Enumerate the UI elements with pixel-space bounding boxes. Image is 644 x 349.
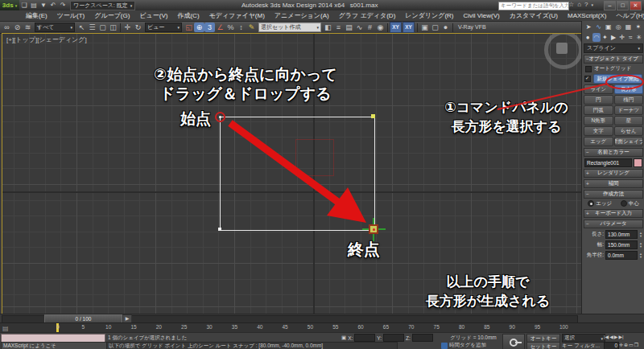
start-new-shape-row[interactable]: 新規シェイプ開始 (584, 74, 642, 84)
object-type-button[interactable]: らせん (614, 126, 644, 136)
motion-tab-icon[interactable]: ◎ (614, 23, 623, 31)
material-editor-icon[interactable]: ◉ (375, 23, 386, 32)
x-coordinate-field[interactable] (354, 334, 375, 342)
menu-item[interactable]: グラフ エディタ(D) (334, 11, 401, 20)
playback-icon[interactable]: ▶| (618, 334, 623, 339)
rect-region-icon[interactable]: ▢ (97, 23, 108, 32)
select-move-icon[interactable]: ✛ (122, 23, 133, 32)
xy-constraint-button-2[interactable]: XY (402, 22, 415, 33)
menu-item[interactable]: グループ(G) (89, 11, 134, 20)
rollout-keyboard-entry[interactable]: + キーボード入力 (584, 209, 643, 218)
edge-radio[interactable]: エッジ (588, 200, 612, 207)
helpers-icon[interactable]: ✛ (617, 33, 626, 42)
menu-item[interactable]: Civil View(V) (459, 12, 505, 19)
rollout-object-type[interactable]: − オブジェクト タイプ (584, 55, 643, 64)
viewport-nav-icon[interactable]: ⊕ (624, 342, 628, 347)
menu-item[interactable]: アニメーション(A) (270, 11, 334, 20)
rollout-interpolation[interactable]: + 補間 (584, 179, 643, 188)
select-by-name-icon[interactable]: ☰ (87, 23, 97, 32)
current-frame-field[interactable]: 0 (604, 342, 619, 349)
viewport-nav-icon[interactable]: ▭ (629, 342, 634, 347)
object-color-swatch[interactable] (634, 158, 642, 167)
spacewarps-icon[interactable]: ≈ (626, 33, 635, 42)
viewcube-face[interactable] (556, 43, 568, 54)
bind-spacewarp-icon[interactable]: ≋ (23, 23, 33, 32)
rollout-rendering[interactable]: + レンダリング (584, 169, 643, 178)
utilities-tab-icon[interactable]: ✶ (634, 23, 642, 31)
edit-selection-icon[interactable]: ✎ (246, 23, 257, 32)
object-type-button[interactable]: 楕円 (614, 95, 644, 105)
length-input[interactable]: 130.0mm (605, 230, 638, 239)
menu-item[interactable]: モディファイヤ(M) (204, 11, 270, 20)
redo-icon[interactable]: ↷ (58, 2, 68, 9)
menu-item[interactable]: ヘルプ(H) (611, 11, 644, 20)
save-file-icon[interactable]: ▼ (39, 2, 48, 9)
menu-item[interactable]: レンダリング(R) (400, 11, 458, 20)
object-type-button[interactable]: 長方形 (614, 84, 644, 94)
object-type-button[interactable]: 円 (584, 95, 613, 105)
playback-icon[interactable]: ◀ (609, 334, 613, 339)
key-filters-button[interactable]: キー フィルタ... (562, 342, 601, 349)
modify-tab-icon[interactable]: ∿ (594, 23, 603, 31)
app-logo-button[interactable]: 3ds▾ (0, 0, 19, 10)
selection-filter-dropdown[interactable]: すべて▾ (35, 23, 75, 32)
viewport-nav-icon[interactable]: ❒ (634, 342, 638, 347)
select-scale-icon[interactable]: ◱ (184, 23, 194, 32)
cameras-icon[interactable]: ▶ (609, 33, 618, 42)
maxscript-listener-text[interactable]: MAXScript にようこそ (1, 342, 109, 349)
viewcube[interactable] (544, 33, 582, 69)
corner-radius-input[interactable]: 0.0mm (605, 251, 638, 260)
menu-item[interactable]: ビュー(V) (134, 11, 172, 20)
width-input[interactable]: 150.0mm (605, 240, 638, 249)
menu-item[interactable]: カスタマイズ(U) (505, 11, 563, 20)
lights-icon[interactable]: ✦ (601, 33, 609, 42)
autogrid-checkbox-row[interactable]: オートグリッド (585, 65, 642, 72)
viewport-nav-icon[interactable]: ✛ (619, 342, 623, 347)
maximize-button[interactable]: □ (617, 1, 629, 10)
viewport[interactable]: [+][トップ][シェーディング] ②始点から終点に向かって ドラッグ＆ドロップ… (2, 33, 582, 314)
menu-item[interactable]: 編集(E) (21, 11, 52, 20)
sign-in-icon[interactable]: ☆ (568, 1, 574, 9)
start-new-shape-button[interactable]: 新規シェイプ開始 (593, 74, 642, 84)
y-coordinate-field[interactable] (383, 334, 404, 342)
percent-snap-icon[interactable]: % (225, 23, 236, 32)
object-type-button[interactable]: ドーナツ (614, 105, 644, 115)
object-type-button[interactable]: エッグ (584, 137, 613, 146)
display-tab-icon[interactable]: ▦ (624, 23, 633, 31)
corner-radius-spinner[interactable]: ▲▼ (639, 253, 642, 259)
layer-manager-icon[interactable]: ▤ (344, 23, 354, 32)
spinner-snap-icon[interactable]: ↕ (236, 23, 246, 32)
vray-vfb-button[interactable]: V-Ray VFB (455, 23, 489, 32)
open-file-icon[interactable]: ▤ (29, 2, 39, 9)
playback-icon[interactable]: ▶ (614, 334, 618, 339)
workspace-dropdown[interactable]: ワークスペース: 既定 ▾ (70, 1, 135, 10)
help-icon[interactable]: ? (584, 1, 588, 9)
ref-coord-dropdown[interactable]: ビュー▾ (145, 23, 182, 32)
mirror-icon[interactable]: ◧ (323, 23, 333, 32)
shapes-icon[interactable]: ◠ (592, 33, 601, 42)
close-button[interactable]: ✕ (630, 1, 642, 10)
lock-selection-icon[interactable]: ▣ (341, 335, 346, 341)
menu-item[interactable]: 作成(C) (172, 11, 204, 20)
rollout-name-color[interactable]: − 名前とカラー (584, 148, 643, 157)
schematic-view-icon[interactable]: # (365, 23, 375, 32)
angle-snap-icon[interactable]: ∠ (215, 23, 225, 32)
rollout-parameters[interactable]: − パラメータ (584, 220, 643, 228)
curve-editor-icon[interactable]: ∿ (354, 23, 365, 32)
set-key-button[interactable]: セットキー (526, 342, 560, 349)
unlink-icon[interactable]: ⊘ (12, 23, 23, 32)
window-crossing-icon[interactable]: ◫ (108, 23, 118, 32)
menu-item[interactable]: ツール(T) (52, 11, 90, 20)
spline-category-dropdown[interactable]: スプライン ▾ (584, 43, 643, 53)
snap-toggle-icon[interactable]: 3 (204, 23, 215, 32)
viewport-label[interactable]: [+][トップ][シェーディング] (6, 35, 87, 44)
search-input[interactable]: キーワードまたは語句を入力 (498, 2, 569, 10)
chevron-down-icon[interactable]: ▾ (591, 1, 593, 9)
new-file-icon[interactable]: ❏ (19, 2, 29, 9)
object-type-button[interactable]: 星 (614, 116, 644, 125)
rendered-frame-icon[interactable]: ▢ (430, 23, 440, 32)
trackbar-menu-icon[interactable]: ▤ (2, 325, 9, 332)
menu-item[interactable]: MAXScript(X) (563, 12, 611, 19)
create-tab-icon[interactable]: ➤ (584, 23, 593, 31)
object-type-button[interactable]: 円弧 (584, 105, 613, 115)
